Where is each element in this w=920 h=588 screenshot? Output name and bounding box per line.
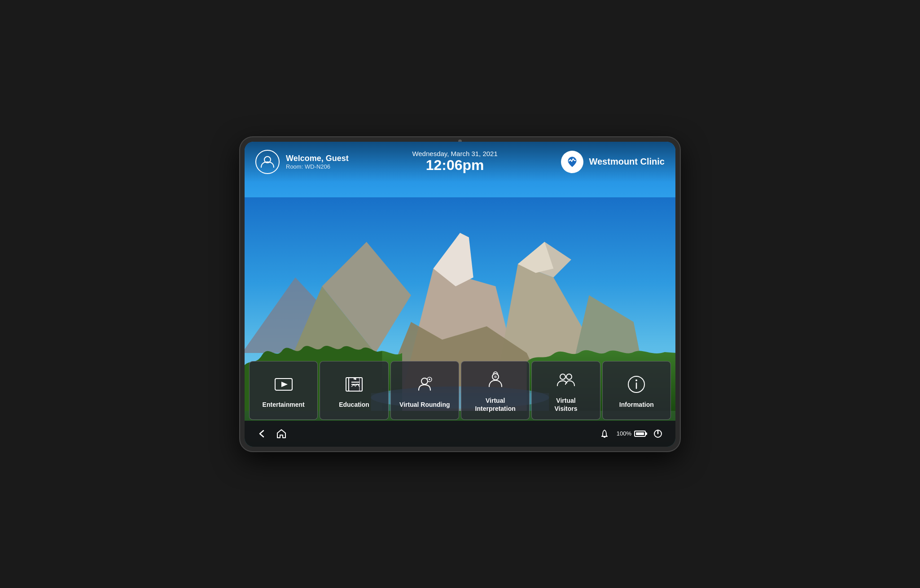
power-button[interactable] [653, 429, 663, 439]
home-button[interactable] [276, 428, 287, 439]
entertainment-label: Entertainment [263, 401, 305, 409]
tile-education[interactable]: Education [320, 361, 388, 419]
virtual-visitors-icon [555, 370, 577, 391]
svg-point-33 [635, 379, 637, 381]
battery-percent: 100% [617, 430, 631, 437]
virtual-visitors-label: VirtualVisitors [554, 396, 577, 413]
information-label: Information [619, 401, 654, 409]
back-button[interactable] [257, 429, 267, 439]
bottom-status-right: 100% [600, 429, 663, 439]
tile-virtual-rounding[interactable]: Virtual Rounding [390, 361, 459, 419]
battery-fill [636, 432, 644, 435]
education-label: Education [339, 401, 369, 409]
clinic-logo-icon [565, 154, 580, 170]
svg-point-29 [560, 374, 565, 379]
tile-virtual-visitors[interactable]: VirtualVisitors [531, 361, 600, 419]
user-icon [260, 155, 275, 169]
clinic-logo [561, 151, 583, 173]
svg-point-22 [355, 378, 356, 380]
room-text: Room: WD-N206 [286, 163, 349, 170]
date-time-section: Wednesday, March 31, 2021 12:06pm [412, 150, 497, 173]
time-display: 12:06pm [412, 157, 497, 173]
virtual-interpretation-label: VirtualInterpretation [475, 396, 516, 413]
education-icon [343, 374, 365, 395]
clinic-info-section: Westmount Clinic [561, 151, 665, 173]
user-info-section: Welcome, Guest Room: WD-N206 [255, 150, 349, 174]
battery-status: 100% [617, 430, 646, 437]
virtual-rounding-icon [414, 374, 435, 395]
tile-virtual-interpretation[interactable]: VirtualInterpretation [461, 361, 530, 419]
header: Welcome, Guest Room: WD-N206 Wednesday, … [245, 142, 675, 182]
notification-button[interactable] [600, 429, 609, 439]
information-icon [626, 374, 647, 395]
battery-icon [634, 431, 646, 437]
bottom-nav-left [257, 428, 287, 439]
virtual-rounding-label: Virtual Rounding [399, 401, 450, 409]
welcome-text: Welcome, Guest [286, 154, 349, 163]
clinic-name-text: Westmount Clinic [589, 157, 665, 167]
tile-entertainment[interactable]: Entertainment [249, 361, 318, 419]
svg-point-23 [421, 378, 428, 384]
menu-grid: Entertainment Education [245, 361, 675, 419]
virtual-interpretation-icon [485, 370, 506, 391]
user-text: Welcome, Guest Room: WD-N206 [286, 154, 349, 170]
bottom-bar: 100% [245, 421, 675, 447]
svg-marker-16 [281, 382, 288, 387]
svg-point-30 [566, 374, 572, 379]
date-display: Wednesday, March 31, 2021 [412, 150, 497, 157]
user-avatar [255, 150, 280, 174]
svg-point-28 [494, 375, 497, 378]
tablet-screen: Welcome, Guest Room: WD-N206 Wednesday, … [245, 142, 675, 447]
entertainment-icon [273, 374, 294, 395]
tile-information[interactable]: Information [602, 361, 671, 419]
tablet-device: Welcome, Guest Room: WD-N206 Wednesday, … [240, 137, 680, 451]
